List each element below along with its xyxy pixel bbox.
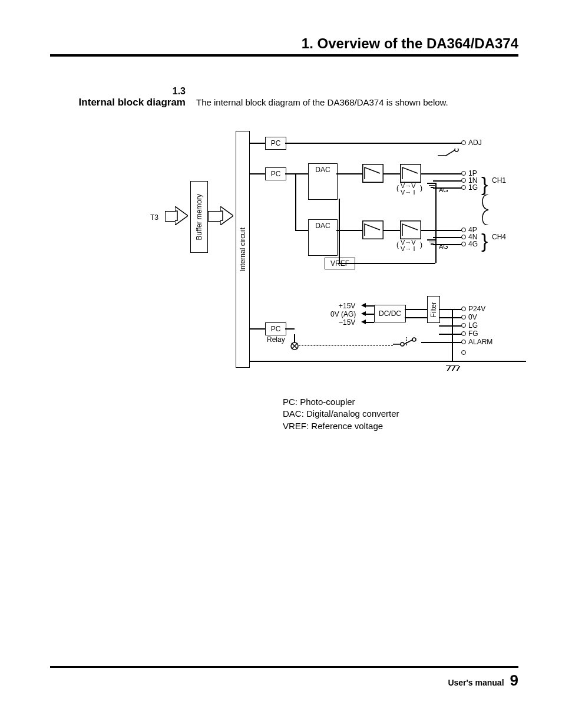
0vag-label: 0V (AG): [330, 310, 356, 318]
svg-rect-7: [363, 221, 384, 239]
svg-line-14: [404, 340, 413, 344]
legend-pc: PC: Photo-coupler: [283, 396, 518, 408]
amplifier-icon: [400, 164, 421, 183]
pc-block: PC: [265, 322, 286, 335]
terminal-icon: [461, 140, 466, 145]
t3-label: T3: [150, 213, 158, 222]
legend-vref: VREF: Reference voltage: [283, 420, 518, 432]
chapter-title: 1. Overview of the DA364/DA374: [50, 35, 518, 52]
out-1g: 1G: [468, 183, 478, 192]
amplifier-icon: [362, 164, 384, 183]
p24v-label: P24V: [468, 305, 485, 313]
internal-circuit-label: Internal circuit: [239, 228, 247, 272]
svg-point-15: [412, 338, 416, 341]
chassis-ground-icon: [446, 365, 459, 371]
relay-coil-icon: [290, 342, 299, 350]
amplifier-icon: [362, 220, 384, 239]
ch4-label: CH4: [492, 233, 506, 241]
lg-label: LG: [468, 321, 478, 330]
svg-marker-1: [220, 206, 233, 225]
0v-label: 0V: [468, 313, 477, 321]
svg-line-3: [446, 150, 455, 156]
internal-circuit-block: Internal circuit: [236, 131, 250, 368]
section-header: 1.3 Internal block diagram The internal …: [50, 86, 518, 108]
footer-label: User's manual: [448, 678, 504, 687]
amplifier-icon: [400, 220, 421, 239]
svg-rect-6: [401, 164, 421, 183]
page-footer: User's manual 9: [50, 666, 518, 690]
n15-label: −15V: [339, 318, 355, 327]
brace-icon: }: [481, 178, 488, 190]
brace-icon: [480, 195, 492, 225]
svg-marker-0: [175, 206, 188, 225]
fg-label: FG: [468, 330, 478, 338]
block-diagram: T3 Buffer memory Internal circuit PC PC …: [150, 125, 527, 384]
footer-rule: [50, 666, 518, 668]
pc-block: PC: [265, 137, 286, 150]
svg-point-13: [401, 342, 404, 346]
section-title: Internal block diagram: [50, 97, 186, 108]
legend: PC: Photo-coupler DAC: Digital/analog co…: [283, 396, 518, 432]
section-number: 1.3: [50, 86, 186, 97]
dac-block: DAC: [308, 163, 338, 200]
adj-label: ADJ: [468, 139, 482, 147]
buffer-memory-block: Buffer memory: [190, 181, 208, 253]
svg-rect-8: [401, 221, 421, 239]
alarm-label: ALARM: [468, 338, 492, 346]
ag-label: AG: [439, 186, 448, 193]
brace-icon: }: [481, 235, 488, 246]
arrow-icon: [220, 206, 233, 225]
svg-rect-5: [363, 164, 384, 183]
header-rule: [50, 54, 518, 57]
vi-label: V→ I: [401, 189, 415, 196]
dac-block: DAC: [308, 219, 338, 256]
relay-label: Relay: [267, 335, 285, 344]
ch1-label: CH1: [492, 176, 506, 185]
dcdc-block: DC/DC: [374, 305, 406, 322]
relay-contact-icon: [393, 336, 422, 348]
p15-label: +15V: [339, 302, 355, 310]
switch-icon: [438, 149, 461, 158]
buffer-memory-label: Buffer memory: [195, 194, 203, 240]
filter-block: Filter: [427, 296, 440, 323]
section-description: The internal block diagram of the DA368/…: [196, 97, 448, 108]
pc-block: PC: [265, 167, 286, 180]
out-4g: 4G: [468, 240, 478, 248]
arrow-icon: [175, 206, 188, 225]
legend-dac: DAC: Digital/analog converter: [283, 408, 518, 420]
page-number: 9: [510, 671, 518, 690]
svg-point-4: [455, 149, 458, 151]
